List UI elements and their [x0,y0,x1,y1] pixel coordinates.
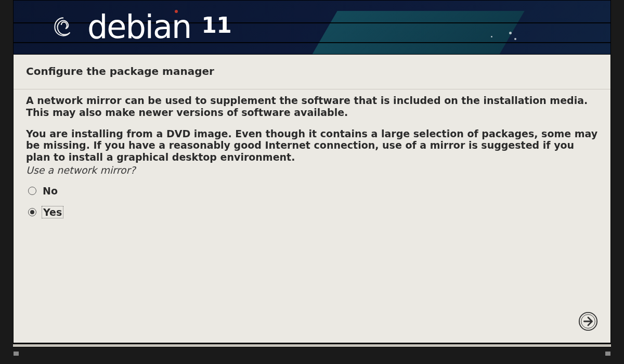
corner-mark-icon [14,352,19,356]
outer-frame: debian 11 Configure the package manager … [0,0,624,364]
radio-icon [28,208,36,216]
header-banner: debian 11 [14,1,610,55]
radio-icon [28,187,36,195]
options-group: No Yes [14,176,610,237]
description-paragraph-2: You are installing from a DVD image. Eve… [26,119,598,163]
installer-window: debian 11 Configure the package manager … [13,0,611,343]
description-block: A network mirror can be used to suppleme… [14,89,610,163]
banner-accent [301,11,524,55]
radio-selected-icon [30,210,34,214]
description-paragraph-1: A network mirror can be used to suppleme… [26,89,598,119]
debian-logo: debian 11 [50,8,232,46]
option-no-label: No [42,185,59,197]
brand-version: 11 [201,12,231,38]
brand-name: debian [87,8,191,46]
continue-button[interactable] [578,311,598,331]
bottom-bar [13,343,611,347]
option-no[interactable]: No [28,185,596,197]
debian-swirl-icon [50,13,77,40]
option-yes-label: Yes [42,206,63,218]
page-title: Configure the package manager [14,55,610,89]
corner-mark-icon [605,352,610,356]
question-prompt: Use a network mirror? [14,163,610,176]
option-yes[interactable]: Yes [28,206,596,218]
content-area: Configure the package manager A network … [14,55,610,343]
